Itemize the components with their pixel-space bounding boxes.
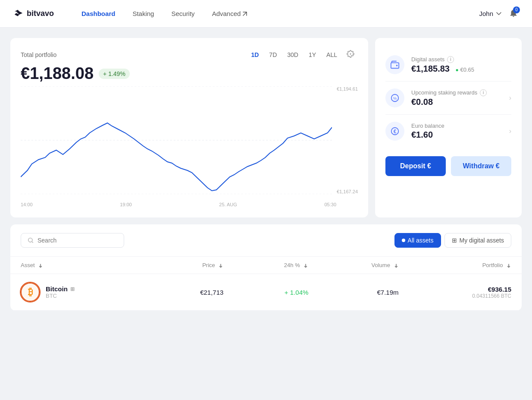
filter-buttons: All assets ⊞ My digital assets bbox=[394, 233, 511, 248]
portfolio-value: €1,188.08 bbox=[21, 64, 94, 83]
digital-assets-value: €1,185.83 bbox=[411, 64, 450, 73]
time-filters: 1D 7D 30D 1Y ALL bbox=[247, 48, 358, 61]
all-assets-dot bbox=[402, 239, 405, 242]
my-assets-icon: ⊞ bbox=[452, 237, 457, 244]
table-header-row: Asset Price 24h % Volume bbox=[10, 257, 522, 274]
euro-balance-title: Euro balance bbox=[411, 123, 511, 129]
brand-name: bitvavo bbox=[27, 9, 54, 18]
staking-rewards-value: €0.08 bbox=[411, 97, 511, 107]
sort-portfolio-icon bbox=[506, 263, 511, 268]
wallet-icon bbox=[390, 60, 400, 69]
sidebar-card: Digital assets i €1,185.83 ● €0.65 % bbox=[375, 38, 522, 217]
filter-my-assets[interactable]: ⊞ My digital assets bbox=[444, 233, 511, 248]
svg-point-10 bbox=[28, 238, 32, 242]
withdraw-button[interactable]: Withdraw € bbox=[451, 156, 511, 176]
chart-container: €1,194.61 €1,167.24 bbox=[21, 86, 358, 207]
deposit-button[interactable]: Deposit € bbox=[385, 156, 446, 176]
nav-advanced[interactable]: Advanced bbox=[205, 6, 255, 21]
assets-toolbar: All assets ⊞ My digital assets bbox=[10, 224, 522, 256]
col-asset[interactable]: Asset bbox=[10, 257, 151, 274]
svg-point-0 bbox=[350, 54, 351, 55]
portfolio-change: + 1.49% bbox=[99, 69, 130, 79]
sort-24h-icon bbox=[303, 263, 308, 268]
nav-right: John 0 bbox=[479, 8, 518, 19]
top-grid: Total portfolio 1D 7D 30D 1Y ALL €1,188.… bbox=[10, 38, 522, 217]
x-label-1: 14:00 bbox=[21, 202, 33, 207]
staking-rewards-info[interactable]: i bbox=[480, 89, 487, 96]
time-1y[interactable]: 1Y bbox=[304, 50, 320, 60]
col-volume[interactable]: Volume bbox=[319, 257, 409, 274]
asset-cell: ₿ Bitcoin ⊞ BTC bbox=[10, 274, 151, 311]
portfolio-label: Total portfolio bbox=[21, 51, 56, 58]
staking-rewards-item[interactable]: % Upcoming staking rewards i €0.08 › bbox=[385, 82, 511, 115]
nav-staking[interactable]: Staking bbox=[125, 6, 161, 21]
staking-rewards-content: Upcoming staking rewards i €0.08 bbox=[411, 89, 511, 107]
brand-logo[interactable]: bitvavo bbox=[14, 9, 54, 19]
x-label-4: 05:30 bbox=[324, 202, 336, 207]
chart-y-high: €1,194.61 bbox=[337, 86, 358, 91]
x-label-2: 19:00 bbox=[120, 202, 132, 207]
nav-security[interactable]: Security bbox=[164, 6, 201, 21]
chart-settings-icon bbox=[347, 50, 354, 58]
notification-bell[interactable]: 0 bbox=[509, 8, 518, 19]
search-wrap bbox=[21, 233, 124, 248]
euro-chevron-icon: › bbox=[509, 127, 511, 135]
nav-links: Dashboard Staking Security Advanced bbox=[75, 6, 479, 21]
logo-icon bbox=[14, 9, 23, 19]
asset-change: + 1.04% bbox=[234, 274, 319, 311]
time-1d[interactable]: 1D bbox=[247, 50, 263, 60]
digital-assets-title: Digital assets bbox=[411, 56, 444, 63]
svg-rect-4 bbox=[391, 63, 399, 68]
portfolio-value-row: €1,188.08 + 1.49% bbox=[21, 64, 358, 83]
staking-icon: % bbox=[390, 93, 400, 103]
main-content: Total portfolio 1D 7D 30D 1Y ALL €1,188.… bbox=[0, 28, 532, 321]
euro-balance-item[interactable]: € Euro balance €1.60 › bbox=[385, 115, 511, 148]
asset-verified-icon: ⊞ bbox=[70, 286, 75, 292]
user-menu[interactable]: John bbox=[479, 10, 502, 17]
col-24h[interactable]: 24h % bbox=[234, 257, 319, 274]
euro-icon: € bbox=[390, 126, 400, 136]
sort-asset-icon bbox=[38, 263, 43, 268]
sort-price-icon bbox=[218, 263, 223, 268]
action-buttons: Deposit € Withdraw € bbox=[385, 156, 511, 176]
digital-assets-sub: €0.65 bbox=[460, 66, 474, 73]
chart-y-low: €1,167.24 bbox=[337, 189, 358, 194]
chart-x-labels: 14:00 19:00 25. AUG 05:30 bbox=[21, 202, 336, 207]
external-link-icon bbox=[242, 11, 247, 16]
euro-balance-value: €1.60 bbox=[411, 130, 511, 140]
bell-badge: 0 bbox=[513, 6, 520, 13]
chevron-down-icon bbox=[496, 11, 502, 17]
svg-text:%: % bbox=[393, 96, 397, 101]
asset-portfolio: €936.15 0.04311566 BTC bbox=[409, 274, 522, 311]
chart-card: Total portfolio 1D 7D 30D 1Y ALL €1,188.… bbox=[10, 38, 368, 217]
staking-rewards-title: Upcoming staking rewards bbox=[411, 89, 477, 96]
time-30d[interactable]: 30D bbox=[283, 50, 303, 60]
digital-assets-content: Digital assets i €1,185.83 ● €0.65 bbox=[411, 56, 511, 74]
username: John bbox=[479, 10, 493, 17]
col-price[interactable]: Price bbox=[151, 257, 234, 274]
filter-all-assets[interactable]: All assets bbox=[394, 233, 441, 248]
asset-ticker: BTC bbox=[46, 293, 75, 299]
staking-chevron-icon: › bbox=[509, 94, 511, 102]
time-7d[interactable]: 7D bbox=[265, 50, 281, 60]
digital-assets-info[interactable]: i bbox=[447, 56, 454, 63]
btc-icon: ₿ bbox=[21, 283, 40, 302]
search-icon bbox=[27, 237, 34, 244]
time-all[interactable]: ALL bbox=[322, 50, 341, 60]
search-input[interactable] bbox=[38, 237, 118, 244]
svg-text:€: € bbox=[394, 129, 397, 135]
col-portfolio[interactable]: Portfolio bbox=[409, 257, 522, 274]
euro-balance-content: Euro balance €1.60 bbox=[411, 123, 511, 140]
digital-assets-item[interactable]: Digital assets i €1,185.83 ● €0.65 bbox=[385, 48, 511, 82]
nav-dashboard[interactable]: Dashboard bbox=[75, 6, 122, 21]
assets-table: Asset Price 24h % Volume bbox=[10, 256, 522, 311]
chart-header: Total portfolio 1D 7D 30D 1Y ALL bbox=[21, 48, 358, 61]
sort-volume-icon bbox=[394, 263, 399, 268]
table-row[interactable]: ₿ Bitcoin ⊞ BTC €21,713 bbox=[10, 274, 522, 311]
portfolio-chart bbox=[21, 86, 332, 194]
green-dot: ● bbox=[456, 67, 459, 73]
euro-balance-icon-wrap: € bbox=[385, 122, 404, 141]
staking-rewards-icon-wrap: % bbox=[385, 88, 404, 107]
digital-assets-icon-wrap bbox=[385, 55, 404, 74]
chart-settings-button[interactable] bbox=[343, 48, 358, 61]
